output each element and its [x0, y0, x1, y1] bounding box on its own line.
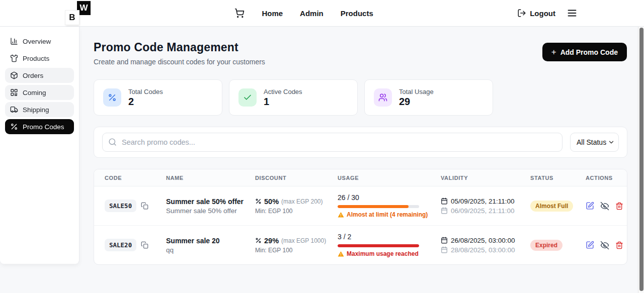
promo-code-value: SALE20 — [105, 239, 136, 251]
sidebar-item-label: Products — [23, 55, 49, 62]
table-row: SALE50 Summer sale 50% offer Summer sale… — [94, 186, 627, 225]
logo-letter-b: B — [65, 11, 79, 25]
stat-value: 2 — [128, 96, 163, 108]
shirt-icon — [10, 54, 18, 62]
stats-row: Total Codes 2 Active Codes 1 Total Usage… — [94, 79, 627, 116]
column-header-actions: Actions — [586, 175, 627, 181]
deactivate-button[interactable] — [600, 241, 609, 250]
warning-icon — [338, 212, 344, 218]
status-badge: Almost Full — [530, 201, 573, 212]
brand-logo[interactable]: W B — [64, 1, 91, 26]
table-row: SALE20 Summer sale 20 qq 29% (max EGP 1 — [94, 225, 627, 264]
logout-icon — [517, 9, 526, 18]
percent-icon — [255, 237, 262, 244]
table-header-row: Code Name Discount Usage Validity Status… — [94, 169, 627, 186]
deactivate-button[interactable] — [600, 202, 609, 211]
copy-code-button[interactable] — [141, 202, 148, 210]
package-icon — [10, 71, 18, 79]
calendar-icon — [441, 207, 448, 214]
percent-icon — [103, 88, 121, 107]
stat-card-total-usage: Total Usage 29 — [364, 79, 493, 116]
valid-from-date: 05/09/2025, 21:11:00 — [451, 198, 515, 205]
usage-progress-fill — [338, 205, 409, 208]
sidebar: Overview Products Orders Coming Shipping… — [0, 27, 79, 264]
discount-max: (max EGP 1000) — [281, 237, 326, 244]
plus-icon: + — [551, 48, 556, 56]
scrollbar-thumb[interactable] — [639, 28, 643, 291]
stat-card-active-codes: Active Codes 1 — [229, 79, 358, 116]
check-icon — [238, 88, 257, 107]
usage-progress-track — [338, 244, 419, 247]
shopping-cart-icon — [234, 8, 245, 18]
usage-progress-track — [338, 205, 419, 208]
bar-chart-icon — [10, 37, 18, 45]
users-icon — [374, 88, 392, 107]
stat-card-total-codes: Total Codes 2 — [94, 79, 222, 116]
percent-icon — [10, 123, 18, 131]
promo-description: qq — [166, 246, 255, 254]
discount-percent: 29% — [264, 237, 279, 245]
vertical-scrollbar[interactable] — [638, 27, 644, 293]
copy-code-button[interactable] — [141, 241, 148, 249]
nav-link-products[interactable]: Products — [341, 9, 373, 18]
add-promo-code-label: Add Promo Code — [560, 48, 618, 56]
usage-progress-fill — [338, 244, 419, 247]
menu-button[interactable] — [567, 8, 578, 19]
search-icon — [108, 138, 117, 146]
valid-from-date: 26/08/2025, 03:00:00 — [451, 237, 515, 244]
status-filter-select[interactable]: All Status — [570, 133, 619, 152]
column-header-code: Code — [105, 175, 166, 181]
stat-value: 1 — [264, 96, 302, 108]
cart-button[interactable] — [234, 8, 245, 18]
hamburger-menu-icon — [567, 8, 578, 19]
calendar-icon — [441, 198, 448, 205]
sidebar-item-label: Orders — [23, 72, 43, 79]
discount-min: Min: EGP 100 — [255, 208, 338, 215]
column-header-usage: Usage — [338, 175, 441, 181]
usage-count: 26 / 30 — [338, 193, 441, 202]
eye-off-icon — [600, 241, 609, 250]
nav-right: Logout — [517, 8, 578, 19]
main-content: Promo Code Management Create and manage … — [79, 27, 638, 265]
column-header-name: Name — [166, 175, 255, 181]
column-header-status: Status — [530, 175, 586, 181]
page-header: Promo Code Management Create and manage … — [94, 41, 627, 66]
edit-button[interactable] — [586, 202, 594, 210]
sidebar-item-orders[interactable]: Orders — [5, 68, 74, 83]
valid-to-date: 06/09/2025, 21:11:00 — [451, 207, 515, 215]
page-subtitle: Create and manage discount codes for you… — [94, 58, 265, 66]
delete-button[interactable] — [615, 241, 623, 249]
trash-icon — [615, 241, 623, 249]
warning-icon — [338, 251, 344, 257]
logout-button[interactable]: Logout — [517, 9, 555, 18]
sidebar-item-coming[interactable]: Coming — [5, 85, 74, 100]
nav-link-home[interactable]: Home — [262, 9, 283, 18]
column-header-validity: Validity — [441, 175, 530, 181]
stat-value: 29 — [399, 96, 434, 108]
delete-button[interactable] — [615, 202, 623, 210]
promo-codes-table: Code Name Discount Usage Validity Status… — [94, 169, 627, 265]
sidebar-item-products[interactable]: Products — [5, 51, 74, 66]
sidebar-item-overview[interactable]: Overview — [5, 34, 74, 49]
edit-icon — [586, 202, 594, 210]
trash-icon — [615, 202, 623, 210]
copy-icon — [141, 241, 148, 249]
stat-label: Active Codes — [264, 88, 302, 95]
stat-label: Total Codes — [128, 88, 163, 95]
nav-link-admin[interactable]: Admin — [300, 9, 324, 18]
edit-button[interactable] — [586, 241, 594, 249]
logo-letter-w: W — [77, 1, 91, 15]
eye-off-icon — [600, 202, 609, 211]
valid-to-date: 28/08/2025, 03:00:00 — [451, 246, 515, 254]
sidebar-item-promo-codes[interactable]: Promo Codes — [5, 119, 74, 134]
qr-code-icon — [10, 88, 18, 96]
page-title: Promo Code Management — [94, 41, 265, 54]
add-promo-code-button[interactable]: + Add Promo Code — [542, 43, 627, 61]
sidebar-item-label: Promo Codes — [23, 123, 64, 131]
calendar-icon — [441, 237, 448, 244]
search-input[interactable] — [102, 133, 562, 152]
main-nav: Home Admin Products — [234, 8, 373, 18]
usage-count: 3 / 2 — [338, 233, 441, 241]
sidebar-item-shipping[interactable]: Shipping — [5, 102, 74, 117]
promo-code-value: SALE50 — [105, 200, 136, 212]
